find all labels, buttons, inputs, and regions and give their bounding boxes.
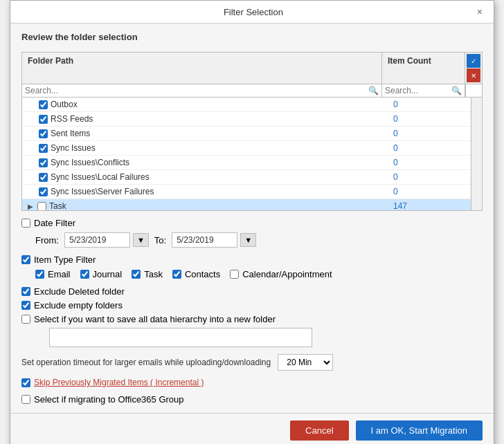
- exclude-deleted-text: Exclude Deleted folder: [34, 286, 125, 297]
- hierarchy-input[interactable]: [49, 328, 312, 347]
- incremental-label[interactable]: Skip Previously Migrated Items ( Increme…: [21, 378, 483, 387]
- to-date-input[interactable]: [172, 232, 237, 248]
- exclude-deleted-checkbox[interactable]: [21, 287, 30, 296]
- save-hierarchy-label[interactable]: Select if you want to save all data hier…: [21, 314, 483, 324]
- folder-count: 0: [388, 141, 471, 155]
- search-spacer: [465, 84, 482, 97]
- office365-checkbox[interactable]: [21, 395, 30, 404]
- item-type-option-checkbox[interactable]: [80, 270, 89, 279]
- folder-row-checkbox[interactable]: [39, 158, 48, 167]
- folder-name: RSS Feeds: [51, 114, 93, 124]
- table-row[interactable]: Sync Issues\Conflicts 0: [22, 156, 471, 170]
- from-date-group: ▼: [64, 232, 149, 248]
- folder-count: 0: [388, 185, 471, 198]
- folder-count: 0: [388, 98, 471, 111]
- item-type-option-text: Task: [144, 269, 163, 279]
- folder-count: 0: [388, 127, 471, 140]
- item-type-option-text: Journal: [93, 269, 123, 279]
- item-type-option-label[interactable]: Email: [35, 269, 71, 279]
- options-section: Exclude Deleted folder Exclude empty fol…: [21, 286, 483, 347]
- from-date-input[interactable]: [64, 232, 130, 248]
- date-filter-section: Date Filter From: ▼ To: ▼: [21, 218, 483, 248]
- exclude-empty-label[interactable]: Exclude empty folders: [21, 300, 483, 311]
- folder-name: Sync Issues\Conflicts: [51, 158, 129, 167]
- close-button[interactable]: ×: [474, 6, 485, 17]
- to-date-picker-btn[interactable]: ▼: [240, 233, 256, 247]
- item-type-filter-checkbox-label[interactable]: Item Type Filter: [21, 255, 483, 265]
- folder-rows: Outbox 0 RSS Feeds 0 Sent Items 0 Sync I…: [22, 98, 471, 210]
- folder-cell: Sync Issues\Local Failures: [22, 170, 388, 184]
- folder-row-checkbox[interactable]: [39, 129, 48, 138]
- table-x-icon[interactable]: ✕: [467, 68, 480, 82]
- folder-search-row: 🔍 🔍: [22, 84, 482, 98]
- date-filter-checkbox-label[interactable]: Date Filter: [21, 218, 483, 228]
- timeout-select[interactable]: 5 Min10 Min15 Min20 Min30 Min60 Min: [278, 354, 333, 371]
- timeout-label: Set operation timeout for larger emails …: [21, 358, 271, 367]
- folder-name: Sync Issues\Server Failures: [51, 187, 154, 196]
- item-type-filter-section: Item Type Filter EmailJournalTaskContact…: [21, 255, 483, 279]
- dialog-title: Filter Selection: [33, 7, 474, 17]
- save-hierarchy-text: Select if you want to save all data hier…: [34, 314, 276, 324]
- table-row[interactable]: Sync Issues\Server Failures 0: [22, 185, 471, 199]
- folder-name: Sync Issues\Local Failures: [51, 172, 150, 182]
- folder-search-input[interactable]: [25, 86, 367, 95]
- item-type-option-label[interactable]: Calendar/Appointment: [230, 269, 332, 279]
- dialog-footer: Cancel I am OK, Start Migration: [10, 413, 494, 444]
- table-check-icon[interactable]: ✓: [467, 54, 480, 68]
- folder-row-checkbox[interactable]: [39, 115, 48, 124]
- item-type-option-checkbox[interactable]: [35, 270, 44, 279]
- item-type-filter-label: Item Type Filter: [34, 255, 96, 265]
- item-type-row: EmailJournalTaskContactsCalendar/Appoint…: [21, 269, 483, 279]
- exclude-deleted-label[interactable]: Exclude Deleted folder: [21, 286, 483, 297]
- folder-scrollable-area: Outbox 0 RSS Feeds 0 Sent Items 0 Sync I…: [22, 98, 482, 210]
- filter-selection-dialog: Filter Selection × Review the folder sel…: [10, 0, 494, 444]
- incremental-checkbox[interactable]: [21, 378, 30, 387]
- item-type-option-label[interactable]: Contacts: [172, 269, 220, 279]
- from-date-picker-btn[interactable]: ▼: [133, 233, 149, 247]
- item-type-filter-checkbox[interactable]: [21, 255, 30, 264]
- title-bar: Filter Selection ×: [10, 1, 494, 24]
- folder-row-checkbox[interactable]: [39, 100, 48, 109]
- item-type-option-text: Contacts: [185, 269, 220, 279]
- folder-cell: Outbox: [22, 98, 388, 111]
- exclude-empty-checkbox[interactable]: [21, 301, 30, 310]
- save-hierarchy-checkbox[interactable]: [21, 315, 30, 324]
- item-type-option-label[interactable]: Journal: [80, 269, 123, 279]
- item-type-option-checkbox[interactable]: [230, 270, 239, 279]
- folder-row-checkbox[interactable]: [39, 144, 48, 153]
- folder-count: 147: [388, 199, 471, 210]
- from-label: From:: [35, 235, 59, 246]
- table-row[interactable]: Sync Issues\Local Failures 0: [22, 170, 471, 185]
- folder-row-checkbox[interactable]: [39, 173, 48, 182]
- folder-cell: Sync Issues\Conflicts: [22, 156, 388, 169]
- col-item-count: Item Count: [382, 53, 465, 84]
- table-row[interactable]: Sync Issues 0: [22, 141, 471, 156]
- cancel-button[interactable]: Cancel: [290, 420, 348, 441]
- incremental-text: Skip Previously Migrated Items ( Increme…: [34, 378, 204, 387]
- table-row[interactable]: Sent Items 0: [22, 127, 471, 141]
- table-row[interactable]: RSS Feeds 0: [22, 112, 471, 127]
- table-row[interactable]: ▶ Task 147: [22, 199, 471, 210]
- item-type-option-checkbox[interactable]: [172, 270, 181, 279]
- count-search-input[interactable]: [385, 86, 450, 95]
- table-row[interactable]: Outbox 0: [22, 98, 471, 112]
- folder-row-checkbox[interactable]: [37, 202, 46, 211]
- item-type-option-label[interactable]: Task: [132, 269, 163, 279]
- date-filter-label: Date Filter: [34, 218, 75, 228]
- item-type-option-text: Email: [48, 269, 71, 279]
- folder-cell: ▶ Task: [22, 199, 388, 210]
- folder-table-header: Folder Path Item Count ✓ ✕: [22, 53, 482, 84]
- timeout-section: Set operation timeout for larger emails …: [21, 354, 483, 371]
- col-folder-path: Folder Path: [22, 53, 382, 84]
- office365-label[interactable]: Select if migrating to Office365 Group: [21, 394, 483, 405]
- date-row: From: ▼ To: ▼: [21, 232, 483, 248]
- item-type-option-checkbox[interactable]: [132, 270, 141, 279]
- folder-name: Sent Items: [51, 129, 90, 138]
- folder-row-checkbox[interactable]: [39, 187, 48, 196]
- expand-arrow[interactable]: ▶: [28, 203, 33, 210]
- folder-search-left: 🔍: [22, 84, 382, 97]
- ok-button[interactable]: I am OK, Start Migration: [356, 420, 483, 441]
- to-date-group: ▼: [172, 232, 256, 248]
- date-filter-checkbox[interactable]: [21, 219, 30, 228]
- dialog-body: Review the folder selection Folder Path …: [10, 24, 494, 413]
